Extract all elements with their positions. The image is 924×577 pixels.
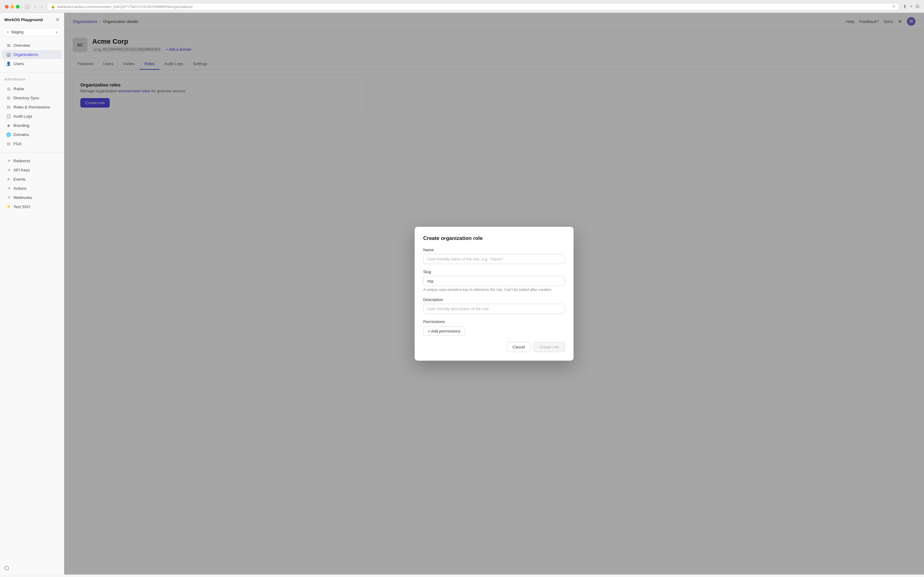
description-input[interactable] [423,304,565,314]
lock-icon: 🔒 [51,5,55,8]
domains-icon: 🌐 [6,132,11,137]
sidebar-item-branding[interactable]: ◈ Branding [2,121,62,130]
brand-name: WorkOS Playground [4,18,43,22]
sidebar-header: WorkOS Playground ⚙ [0,13,64,25]
sidebar-item-fga[interactable]: ⊟ FGA [2,139,62,148]
duplicate-icon[interactable]: ⧉ [916,4,919,10]
sidebar-item-label: Domains [13,132,29,137]
sidebar-item-label: Radar [13,87,24,91]
sidebar-item-actions[interactable]: ↗ Actions [2,184,62,193]
sidebar-item-webhooks[interactable]: ↗ Webhooks [2,193,62,202]
description-label: Description [423,297,565,302]
forward-icon[interactable]: › [40,4,44,10]
branding-icon: ◈ [6,123,11,128]
organizations-icon: 🏢 [6,52,11,57]
sidebar-item-label: Roles & Permissions [13,105,50,110]
redirects-icon: ↗ [6,159,11,163]
create-role-submit-button[interactable]: Create role [534,342,565,352]
sidebar-item-directory-sync[interactable]: ⊟ Directory Sync [2,93,62,102]
reload-icon[interactable]: ↻ [893,5,895,8]
add-permissions-button[interactable]: + Add permissions [423,326,465,336]
sidebar: WorkOS Playground ⚙ ✦ Staging ▾ ⊞ Overvi… [0,13,64,575]
modal-title: Create organization role [423,235,565,242]
permissions-section: Permissions + Add permissions [423,319,565,336]
slug-field-group: Slug A unique case-sensitive key to refe… [423,269,565,292]
fga-icon: ⊟ [6,142,11,146]
sidebar-item-api-keys[interactable]: ↗ API Keys [2,166,62,174]
sidebar-item-overview[interactable]: ⊞ Overview [2,41,62,50]
api-keys-icon: ↗ [6,168,11,172]
address-bar[interactable]: 🔒 dashboard.workos.com/environment_01EQ1… [47,3,899,10]
traffic-lights [5,5,19,8]
sidebar-nav-auth: ◎ Radar ⊟ Directory Sync ⊟ Roles & Permi… [0,82,64,150]
sidebar-item-label: Audit Logs [13,114,32,119]
sidebar-item-roles-permissions[interactable]: ⊟ Roles & Permissions [2,103,62,111]
directory-sync-icon: ⊟ [6,96,11,100]
maximize-button[interactable] [16,5,19,8]
slug-hint: A unique case-sensitive key to reference… [423,288,565,292]
close-button[interactable] [5,5,8,8]
sidebar-footer: ⬡ [0,562,64,575]
sidebar-item-label: Overview [13,43,30,48]
audit-logs-icon: 📋 [6,114,11,119]
auth-section-label: Authentication [0,74,64,82]
sidebar-item-redirects[interactable]: ↗ Redirects [2,156,62,165]
sidebar-item-label: Directory Sync [13,96,39,100]
url-text: dashboard.workos.com/environment_01EQ1FT… [57,5,193,8]
sidebar-item-label: API Keys [13,168,30,172]
description-field-group: Description [423,297,565,314]
sidebar-item-label: Webhooks [13,195,32,200]
sidebar-toggle-icon[interactable]: ⬜ [23,4,31,10]
modal-overlay: Create organization role Name Slug A uni… [64,13,924,575]
test-sso-icon: ⚡ [6,205,11,209]
actions-icon: ↗ [6,186,11,191]
name-field-group: Name [423,248,565,264]
sidebar-item-events[interactable]: ≡ Events [2,175,62,184]
sidebar-item-radar[interactable]: ◎ Radar [2,84,62,93]
name-input[interactable] [423,254,565,264]
sidebar-nav-bottom: ↗ Redirects ↗ API Keys ≡ Events ↗ Action… [0,154,64,213]
sidebar-item-audit-logs[interactable]: 📋 Audit Logs [2,112,62,121]
sidebar-item-label: Actions [13,186,27,191]
sidebar-item-label: Test SSO [13,205,30,209]
create-role-modal: Create organization role Name Slug A uni… [415,227,573,361]
users-icon: 👤 [6,61,11,66]
browser-chrome: ⬜ ‹ › 🔒 dashboard.workos.com/environment… [0,0,924,13]
sidebar-item-organizations[interactable]: 🏢 Organizations [2,50,62,59]
permissions-label: Permissions [423,319,565,324]
sidebar-item-label: Users [13,61,24,66]
sidebar-item-users[interactable]: 👤 Users [2,59,62,68]
sidebar-item-test-sso[interactable]: ⚡ Test SSO [2,202,62,211]
sidebar-item-label: FGA [13,142,22,146]
back-icon[interactable]: ‹ [33,4,37,10]
env-label: Staging [11,30,24,34]
modal-footer: Cancel Create role [423,342,565,352]
browser-actions: ⬆ + ⧉ [903,4,919,10]
events-icon: ≡ [6,177,11,182]
main-content: Organizations / Organization details Hel… [64,13,924,575]
minimize-button[interactable] [10,5,14,8]
chevron-down-icon: ▾ [56,31,58,34]
overview-icon: ⊞ [6,43,11,48]
name-label: Name [423,248,565,252]
slug-label: Slug [423,269,565,274]
slug-input[interactable] [423,276,565,286]
cancel-button[interactable]: Cancel [507,342,530,352]
sidebar-item-label: Branding [13,123,29,128]
new-tab-icon[interactable]: + [910,4,913,10]
environment-selector[interactable]: ✦ Staging ▾ [3,28,61,36]
sidebar-item-domains[interactable]: 🌐 Domains [2,130,62,139]
radar-icon: ◎ [6,87,11,91]
sidebar-item-label: Organizations [13,52,38,57]
settings-icon[interactable]: ⚙ [56,17,60,22]
env-icon: ✦ [6,30,9,34]
sidebar-item-label: Redirects [13,159,30,163]
roles-icon: ⊟ [6,105,11,110]
sidebar-item-label: Events [13,177,26,182]
sidebar-nav-top: ⊞ Overview 🏢 Organizations 👤 Users [0,39,64,70]
share-icon[interactable]: ⬆ [903,4,907,10]
code-icon[interactable]: ⬡ [4,565,9,571]
browser-controls: ⬜ ‹ › [23,4,43,10]
webhooks-icon: ↗ [6,195,11,200]
